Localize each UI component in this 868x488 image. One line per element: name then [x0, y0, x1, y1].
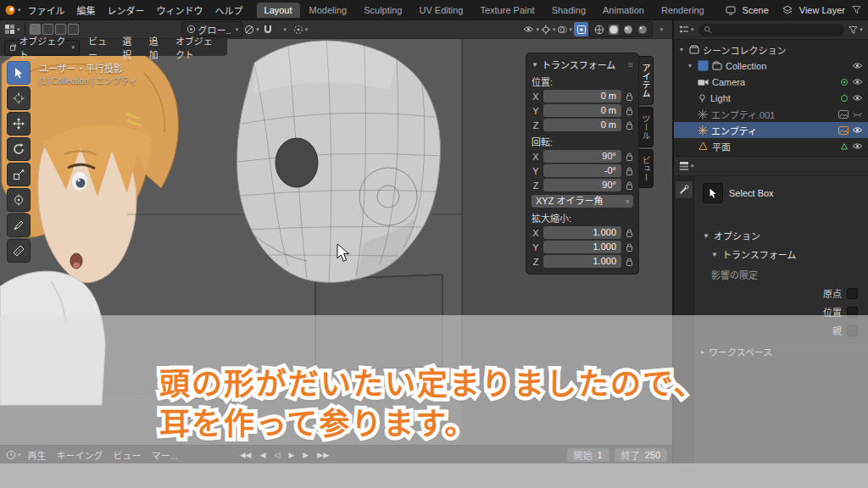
filter-funnel-icon[interactable]	[849, 3, 864, 17]
scale-z-field[interactable]: 1.000	[543, 255, 621, 268]
proportional-edit-icon[interactable]: ▾	[293, 22, 309, 36]
viewport-menu-object[interactable]: オブジェクト	[172, 34, 223, 61]
expand-arrow-icon[interactable]: ▾	[686, 62, 694, 69]
menu-render[interactable]: レンダー	[102, 3, 151, 17]
eye-icon[interactable]	[852, 126, 863, 134]
viewport-menu-view[interactable]: ビュー	[85, 34, 114, 61]
workspace-tab-rendering[interactable]: Rendering	[654, 3, 712, 18]
xray-toggle-icon[interactable]	[574, 22, 588, 36]
menu-help[interactable]: ヘルプ	[209, 3, 249, 17]
blender-logo-icon[interactable]: ▾	[4, 3, 21, 17]
scale-y-field[interactable]: 1.000	[543, 241, 621, 253]
expand-arrow-icon[interactable]: ▾	[677, 46, 686, 53]
lock-icon[interactable]	[625, 120, 633, 130]
shading-wireframe-icon[interactable]	[594, 25, 604, 35]
workspace-tab-texture-paint[interactable]: Texture Paint	[472, 3, 542, 18]
outliner-row-light[interactable]: Light	[674, 90, 868, 106]
pivot-point-icon[interactable]: ▾	[244, 22, 259, 36]
shading-rendered-icon[interactable]	[637, 25, 648, 35]
shading-solid-icon[interactable]	[609, 25, 619, 35]
properties-editor-icon[interactable]: ▾	[679, 159, 694, 174]
gizmo-toggle-icon[interactable]: ▾	[541, 22, 556, 36]
menu-edit[interactable]: 編集	[71, 3, 102, 17]
tool-select-box[interactable]	[7, 61, 31, 85]
workspace-tab-modeling[interactable]: Modeling	[302, 3, 355, 18]
lock-icon[interactable]	[625, 166, 633, 176]
outliner-search-input[interactable]	[698, 24, 844, 36]
subtitle-line2: 耳を作って参ります。	[159, 404, 477, 444]
tool-transform[interactable]	[7, 188, 31, 212]
outliner-row-scene-collection[interactable]: ▾ シーンコレクション	[674, 42, 868, 58]
outliner-editor-icon[interactable]: ▾	[679, 23, 694, 37]
tool-annotate[interactable]	[7, 214, 31, 237]
options-section-header[interactable]: ▼ オプション	[703, 229, 760, 242]
mode-selector-dropdown[interactable]: オブジェクト... ▾	[4, 40, 80, 56]
location-z-field[interactable]: 0 m	[543, 119, 621, 131]
npanel-tab-view[interactable]: ビュー	[639, 149, 654, 188]
shading-material-icon[interactable]	[623, 25, 633, 35]
npanel-tab-item[interactable]: アイテム	[639, 56, 654, 105]
outliner-row-collection[interactable]: ▾ Collection	[674, 58, 868, 74]
lock-icon[interactable]	[625, 228, 633, 238]
lock-icon[interactable]	[625, 257, 633, 267]
eye-icon[interactable]	[852, 78, 863, 86]
snap-settings-icon[interactable]: ▾	[277, 22, 292, 36]
location-x-field[interactable]: 0 m	[543, 90, 621, 103]
editor-type-icon[interactable]: ▾	[4, 22, 20, 36]
object-visibility-icon[interactable]: ▾	[523, 22, 539, 36]
menu-file[interactable]: ファイル	[22, 3, 71, 17]
workspace-tab-animation[interactable]: Animation	[595, 3, 652, 18]
workspace-tab-layout[interactable]: Layout	[257, 3, 300, 18]
snap-magnet-icon[interactable]	[261, 22, 275, 36]
lock-icon[interactable]	[625, 180, 633, 191]
eye-closed-icon[interactable]	[852, 110, 863, 118]
tool-measure[interactable]	[7, 239, 31, 263]
npanel-tab-tool[interactable]: ツール	[639, 107, 654, 147]
lock-icon[interactable]	[625, 242, 633, 252]
collection-checkbox[interactable]	[698, 60, 709, 71]
overlays-toggle-icon[interactable]: ▾	[557, 22, 572, 36]
transform-section-header[interactable]: ▼ トランスフォーム	[711, 247, 796, 261]
viewport-menu-row: オブジェクト... ▾ ビュー 選択 追加 オブジェクト	[0, 39, 227, 56]
tool-rotate[interactable]	[7, 137, 31, 161]
location-label: 位置:	[531, 75, 633, 88]
affect-origins-row[interactable]: 原点	[823, 286, 858, 300]
chevron-down-icon: ▾	[17, 26, 20, 33]
workspace-tab-sculpting[interactable]: Sculpting	[356, 3, 409, 18]
rotation-z-field[interactable]: 90°	[543, 179, 621, 191]
rotation-x-field[interactable]: 90°	[543, 150, 621, 163]
tab-tool-properties[interactable]	[676, 181, 693, 198]
tool-scale[interactable]	[7, 163, 31, 186]
view-layer-selector[interactable]: View Layer	[796, 5, 849, 15]
tool-move[interactable]	[7, 112, 31, 136]
select-mode-box-4[interactable]	[68, 24, 79, 35]
active-tool-display[interactable]: Select Box	[703, 183, 774, 203]
outliner-filter-icon[interactable]: ▾	[849, 23, 863, 37]
lock-icon[interactable]	[625, 106, 633, 116]
viewport-menu-select[interactable]: 選択	[119, 34, 140, 61]
lock-icon[interactable]	[625, 152, 633, 162]
eye-icon[interactable]	[852, 62, 863, 69]
scale-x-field[interactable]: 1.000	[543, 226, 621, 239]
outliner-row-camera[interactable]: Camera	[674, 74, 868, 90]
panel-grip-icon[interactable]: ≡	[628, 59, 633, 69]
collapse-arrow-icon[interactable]: ▼	[531, 61, 538, 69]
lock-icon[interactable]	[625, 92, 633, 102]
rotation-mode-dropdown[interactable]: XYZ オイラー角 ▾	[531, 195, 633, 208]
viewport-menu-add[interactable]: 追加	[146, 34, 167, 61]
checkbox[interactable]	[847, 288, 858, 299]
eye-icon[interactable]	[852, 94, 863, 102]
shading-settings-icon[interactable]: ▾	[654, 22, 668, 36]
tool-cursor[interactable]	[7, 86, 31, 110]
workspace-tab-shading[interactable]: Shading	[544, 3, 593, 18]
rotation-y-field[interactable]: -0°	[543, 164, 621, 177]
outliner-row-plane[interactable]: 平面	[674, 138, 868, 154]
scene-selector[interactable]: Scene	[739, 5, 772, 15]
workspace-tab-uv-editing[interactable]: UV Editing	[411, 3, 470, 18]
eye-icon[interactable]	[852, 142, 863, 150]
menu-window[interactable]: ウィンドウ	[151, 3, 209, 17]
outliner-row-empty-001[interactable]: エンプティ.001	[674, 106, 868, 122]
outliner-row-empty[interactable]: エンプティ	[674, 122, 868, 138]
location-y-field[interactable]: 0 m	[543, 104, 621, 117]
chevron-down-icon: ▾	[236, 26, 239, 33]
